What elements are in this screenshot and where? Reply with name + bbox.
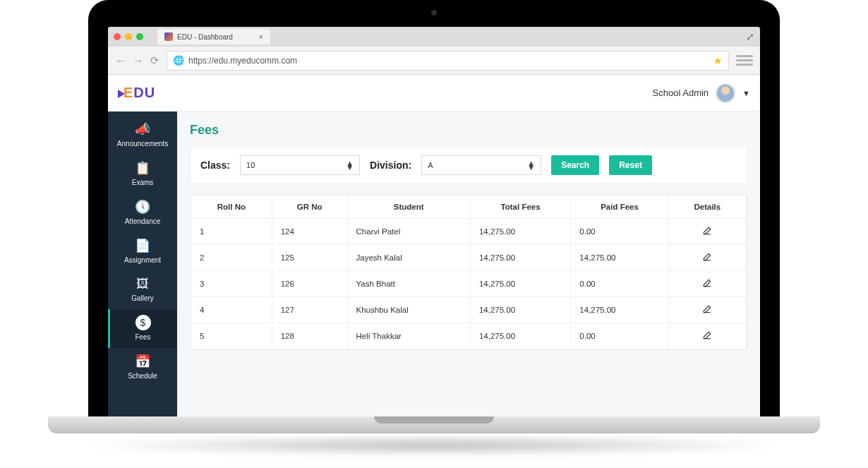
- sidebar-item-label: Assignment: [124, 256, 161, 264]
- cell-details: [668, 245, 746, 271]
- window-maximize-icon[interactable]: [136, 33, 143, 40]
- class-select[interactable]: 10 ▲▼: [240, 155, 360, 175]
- division-select[interactable]: A ▲▼: [421, 155, 541, 175]
- table-row: 1124Charvi Patel14,275.000.00: [191, 219, 747, 245]
- edit-icon[interactable]: [702, 304, 712, 314]
- table-row: 4127Khushbu Kalal14,275.0014,275.00: [191, 297, 747, 323]
- browser-toolbar: ← → ⟳ 🌐 https://edu.myeducomm.com ★: [108, 47, 760, 75]
- calendar-icon: 📅: [109, 354, 176, 369]
- table-row: 3126Yash Bhatt14,275.000.00: [191, 271, 747, 297]
- sidebar-item-schedule[interactable]: 📅 Schedule: [108, 348, 177, 387]
- shadow: [78, 435, 790, 456]
- main-content: Fees Class: 10 ▲▼ Division: A ▲▼ Search …: [177, 112, 760, 420]
- reset-button[interactable]: Reset: [609, 155, 652, 175]
- avatar: [716, 83, 735, 103]
- cell-student: Khushbu Kalal: [347, 297, 470, 323]
- cell-details: [668, 271, 746, 297]
- cell-student: Charvi Patel: [347, 219, 470, 245]
- sidebar-item-gallery[interactable]: 🖼 Gallery: [108, 271, 177, 309]
- cell-rollno: 5: [191, 323, 272, 349]
- cell-grno: 128: [272, 323, 347, 349]
- menu-icon[interactable]: [736, 55, 753, 66]
- edit-icon[interactable]: [702, 278, 712, 288]
- user-menu[interactable]: School Admin ▼: [653, 83, 750, 103]
- col-paid: Paid Fees: [571, 196, 668, 219]
- app-header: EDU School Admin ▼: [108, 75, 760, 112]
- image-icon: 🖼: [109, 277, 176, 292]
- class-value: 10: [246, 161, 255, 169]
- app-logo[interactable]: EDU: [118, 85, 155, 101]
- col-grno: GR No: [272, 196, 347, 219]
- sidebar: 📣 Announcements 📋 Exams 🕔 Attendance 📄 A…: [108, 112, 177, 420]
- cell-grno: 124: [272, 219, 347, 245]
- cell-student: Heli Thakkar: [347, 323, 470, 349]
- sidebar-item-announcements[interactable]: 📣 Announcements: [108, 116, 177, 155]
- cell-paid: 14,275.00: [571, 245, 668, 271]
- col-student: Student: [347, 196, 470, 219]
- fees-table: Roll No GR No Student Total Fees Paid Fe…: [190, 194, 747, 350]
- window-close-icon[interactable]: [114, 33, 121, 40]
- cell-rollno: 3: [191, 271, 272, 297]
- favicon-icon: [164, 32, 173, 41]
- division-value: A: [428, 161, 433, 169]
- cell-paid: 0.00: [571, 323, 668, 349]
- laptop-base: [48, 416, 820, 433]
- edit-icon[interactable]: [702, 226, 712, 236]
- col-total: Total Fees: [470, 196, 570, 219]
- sidebar-item-assignment[interactable]: 📄 Assignment: [108, 232, 177, 271]
- sidebar-item-label: Fees: [135, 333, 150, 341]
- cell-paid: 14,275.00: [571, 297, 668, 323]
- table-header-row: Roll No GR No Student Total Fees Paid Fe…: [191, 196, 747, 219]
- sidebar-item-attendance[interactable]: 🕔 Attendance: [108, 193, 177, 232]
- browser-tab[interactable]: EDU - Dashboard ×: [157, 29, 270, 44]
- clipboard-icon: 📄: [109, 238, 176, 253]
- cell-grno: 127: [272, 297, 347, 323]
- forward-icon[interactable]: →: [133, 54, 143, 66]
- cell-total: 14,275.00: [470, 323, 570, 349]
- cell-paid: 0.00: [571, 271, 668, 297]
- cell-grno: 125: [272, 245, 347, 271]
- cell-total: 14,275.00: [470, 245, 570, 271]
- cell-details: [668, 297, 746, 323]
- cell-rollno: 1: [191, 219, 272, 245]
- camera-dot: [431, 10, 437, 16]
- globe-icon: 🌐: [173, 55, 184, 66]
- sidebar-item-exams[interactable]: 📋 Exams: [108, 155, 177, 193]
- fullscreen-icon[interactable]: ⤢: [746, 31, 754, 42]
- edit-icon[interactable]: [702, 330, 712, 340]
- screen: EDU - Dashboard × ⤢ ← → ⟳ 🌐 https://edu.…: [108, 27, 760, 420]
- exam-icon: 📋: [109, 160, 176, 176]
- url-text: https://edu.myeducomm.com: [188, 56, 297, 66]
- class-label: Class:: [200, 160, 230, 171]
- sidebar-item-label: Announcements: [117, 140, 168, 148]
- table-row: 5128Heli Thakkar14,275.000.00: [191, 323, 747, 349]
- app-body: 📣 Announcements 📋 Exams 🕔 Attendance 📄 A…: [108, 112, 760, 420]
- edit-icon[interactable]: [702, 252, 712, 262]
- back-icon[interactable]: ←: [115, 54, 126, 66]
- filter-row: Class: 10 ▲▼ Division: A ▲▼ Search Reset: [190, 146, 747, 184]
- sidebar-item-fees[interactable]: $ Fees: [108, 309, 177, 348]
- division-label: Division:: [370, 160, 411, 171]
- cell-student: Yash Bhatt: [347, 271, 470, 297]
- cell-details: [668, 323, 746, 349]
- cell-paid: 0.00: [571, 219, 668, 245]
- chevron-down-icon: ▼: [742, 89, 750, 97]
- window-minimize-icon[interactable]: [125, 33, 132, 40]
- bookmark-star-icon[interactable]: ★: [713, 55, 723, 66]
- sidebar-item-label: Gallery: [131, 294, 154, 302]
- cell-rollno: 2: [191, 245, 272, 271]
- page-title: Fees: [190, 123, 747, 138]
- clock-check-icon: 🕔: [109, 199, 176, 215]
- tab-close-icon[interactable]: ×: [259, 32, 263, 41]
- search-button[interactable]: Search: [551, 155, 599, 175]
- megaphone-icon: 📣: [109, 121, 176, 137]
- laptop-notch: [374, 416, 494, 424]
- cell-student: Jayesh Kalal: [347, 245, 470, 271]
- chevron-updown-icon: ▲▼: [527, 161, 535, 169]
- browser-tabbar: EDU - Dashboard × ⤢: [108, 27, 760, 47]
- address-bar[interactable]: 🌐 https://edu.myeducomm.com ★: [167, 51, 729, 71]
- reload-icon[interactable]: ⟳: [150, 54, 159, 67]
- col-rollno: Roll No: [191, 196, 272, 219]
- cell-total: 14,275.00: [470, 271, 570, 297]
- cell-details: [668, 219, 746, 245]
